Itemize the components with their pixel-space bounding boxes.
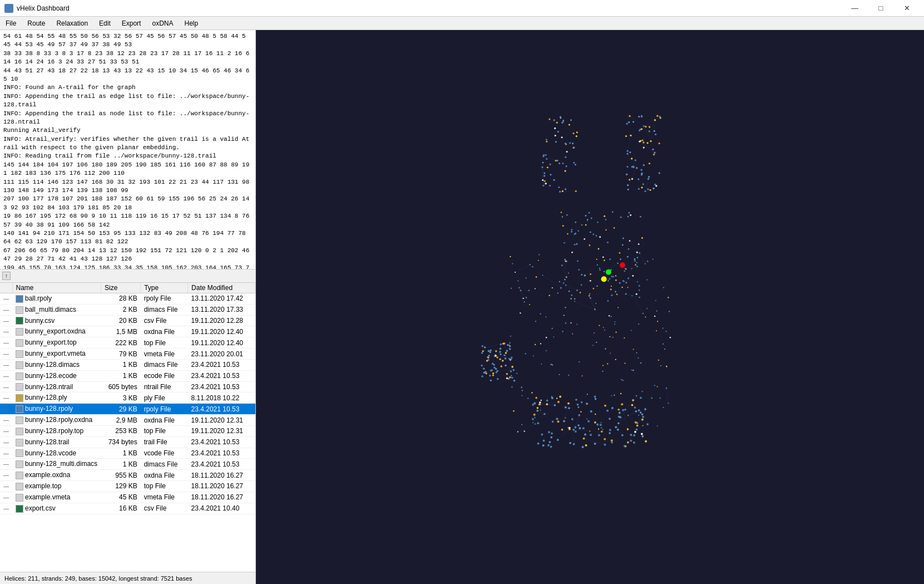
console-line: 19 86 167 195 172 68 90 9 10 11 118 119 … [3, 212, 252, 229]
row-name: bunny-128.rpoly.oxdna [12, 415, 101, 426]
menu-item-edit[interactable]: Edit [93, 17, 116, 30]
window-controls: — □ ✕ [842, 1, 920, 16]
table-row[interactable]: — bunny-128.ply 3 KB ply File 8.11.2018 … [0, 392, 255, 404]
row-size: 45 KB [101, 492, 140, 503]
row-name: bunny-128.dimacs [12, 359, 101, 370]
table-row[interactable]: — ball.rpoly 28 KB rpoly File 13.11.2020… [0, 293, 255, 305]
row-type: ecode File [141, 370, 188, 381]
menu-item-export[interactable]: Export [116, 17, 147, 30]
menu-item-file[interactable]: File [0, 17, 22, 30]
row-name: ball_multi.dimacs [12, 304, 101, 315]
row-size: 222 KB [101, 337, 140, 349]
console-line: INFO: Atrail_verify: verifies whether th… [3, 135, 252, 153]
console-output: 54 61 48 54 55 48 55 50 56 53 32 56 57 4… [0, 30, 255, 269]
row-size: 1 KB [101, 370, 140, 381]
table-row[interactable]: — bunny_export.top 222 KB top File 19.11… [0, 337, 255, 349]
row-size: 1,5 MB [101, 326, 140, 337]
row-date: 18.11.2020 16.27 [188, 481, 255, 492]
row-dash: — [0, 470, 12, 481]
row-type: oxdna File [141, 326, 188, 337]
console-line: INFO: Found an A-trail for the graph [3, 84, 252, 92]
table-row[interactable]: — bunny-128.ntrail 605 bytes ntrail File… [0, 381, 255, 392]
table-row[interactable]: — export.csv 16 KB csv File 23.4.2021 10… [0, 503, 255, 514]
table-row[interactable]: — example.top 129 KB top File 18.11.2020… [0, 481, 255, 492]
row-type: vcode File [141, 448, 188, 459]
up-button[interactable]: ↑ [2, 272, 11, 280]
file-table[interactable]: Name Size Type Date Modified — ball.rpol… [0, 283, 255, 572]
title-bar-left: vHelix Dashboard [4, 4, 70, 13]
row-date: 23.4.2021 10.53 [188, 381, 255, 392]
row-date: 23.11.2020 20.01 [188, 349, 255, 360]
row-name: example.vmeta [12, 492, 101, 503]
table-row[interactable]: — bunny-128.ecode 1 KB ecode File 23.4.2… [0, 370, 255, 381]
row-dash: — [0, 404, 12, 415]
row-dash: — [0, 392, 12, 404]
row-dash: — [0, 359, 12, 370]
row-date: 19.11.2020 12.31 [188, 415, 255, 426]
row-type: rpoly File [141, 404, 188, 415]
table-row[interactable]: — example.vmeta 45 KB vmeta File 18.11.2… [0, 492, 255, 503]
menu-item-relaxation[interactable]: Relaxation [51, 17, 93, 30]
row-date: 23.4.2021 10.53 [188, 448, 255, 459]
row-date: 23.4.2021 10.53 [188, 404, 255, 415]
row-date: 23.4.2021 10.53 [188, 436, 255, 448]
close-button[interactable]: ✕ [895, 1, 920, 16]
col-header-type[interactable]: Type [141, 283, 188, 293]
console-line: 199 45 155 70 163 124 125 186 33 34 35 1… [3, 264, 252, 269]
table-row[interactable]: — bunny-128.vcode 1 KB vcode File 23.4.2… [0, 448, 255, 459]
console-line: 38 33 38 8 33 3 8 3 17 8 23 38 12 23 28 … [3, 50, 252, 67]
row-dash: — [0, 425, 12, 436]
table-row[interactable]: — ball_multi.dimacs 2 KB dimacs File 13.… [0, 304, 255, 315]
row-type: csv File [141, 315, 188, 326]
menu-item-help[interactable]: Help [179, 17, 204, 30]
row-name: bunny_export.top [12, 337, 101, 349]
row-size: 955 KB [101, 470, 140, 481]
col-header-size[interactable]: Size [101, 283, 140, 293]
col-header-name[interactable]: Name [12, 283, 101, 293]
maximize-button[interactable]: □ [868, 1, 893, 16]
row-dash: — [0, 349, 12, 360]
table-row[interactable]: — bunny.csv 20 KB csv File 19.11.2020 12… [0, 315, 255, 326]
table-row[interactable]: — example.oxdna 955 KB oxdna File 18.11.… [0, 470, 255, 481]
console-line: 207 100 177 178 107 201 188 187 152 60 6… [3, 195, 252, 212]
row-date: 13.11.2020 17.33 [188, 304, 255, 315]
console-line: 67 206 66 65 79 80 204 14 13 12 150 192 … [3, 247, 252, 264]
console-line: 111 115 114 146 123 147 168 30 31 32 193… [3, 178, 252, 195]
row-date: 23.4.2021 10.53 [188, 359, 255, 370]
status-text: Helices: 211, strands: 249, bases: 15042… [4, 575, 192, 582]
table-row[interactable]: — bunny-128.dimacs 1 KB dimacs File 23.4… [0, 359, 255, 370]
row-type: vmeta File [141, 349, 188, 360]
row-name: example.top [12, 481, 101, 492]
row-name: bunny-128.trail [12, 436, 101, 448]
row-name: example.oxdna [12, 470, 101, 481]
table-row[interactable]: — bunny-128.rpoly 29 KB rpoly File 23.4.… [0, 404, 255, 415]
row-size: 2,9 MB [101, 415, 140, 426]
menu-item-route[interactable]: Route [22, 17, 51, 30]
table-row[interactable]: — bunny-128.trail 734 bytes trail File 2… [0, 436, 255, 448]
table-row[interactable]: — bunny_export.oxdna 1,5 MB oxdna File 1… [0, 326, 255, 337]
menu-item-oxdna[interactable]: oxDNA [146, 17, 179, 30]
row-name: bunny-128.rpoly.top [12, 425, 101, 436]
row-type: ply File [141, 392, 188, 404]
row-date: 13.11.2020 17.42 [188, 293, 255, 305]
row-dash: — [0, 370, 12, 381]
col-header-date[interactable]: Date Modified [188, 283, 255, 293]
row-date: 23.4.2021 10.53 [188, 370, 255, 381]
row-date: 19.11.2020 12.40 [188, 326, 255, 337]
row-date: 23.4.2021 10.53 [188, 459, 255, 470]
main-content: 54 61 48 54 55 48 55 50 56 53 32 56 57 4… [0, 30, 924, 584]
minimize-button[interactable]: — [842, 1, 867, 16]
table-row[interactable]: — bunny_export.vmeta 79 KB vmeta File 23… [0, 349, 255, 360]
table-row[interactable]: — bunny-128_multi.dimacs 1 KB dimacs Fil… [0, 459, 255, 470]
table-row[interactable]: — bunny-128.rpoly.oxdna 2,9 MB oxdna Fil… [0, 415, 255, 426]
row-size: 20 KB [101, 315, 140, 326]
table-row[interactable]: — bunny-128.rpoly.top 253 KB top File 19… [0, 425, 255, 436]
row-type: vmeta File [141, 492, 188, 503]
3d-visualization [256, 30, 924, 584]
console-line: INFO: Appending the trail as edge list t… [3, 92, 252, 110]
row-name: ball.rpoly [12, 293, 101, 305]
row-type: trail File [141, 436, 188, 448]
window-title: vHelix Dashboard [17, 4, 70, 12]
console-line: INFO: Appending the trail as node list t… [3, 110, 252, 127]
console-line: 44 43 51 27 43 18 27 22 18 13 43 13 22 4… [3, 67, 252, 84]
